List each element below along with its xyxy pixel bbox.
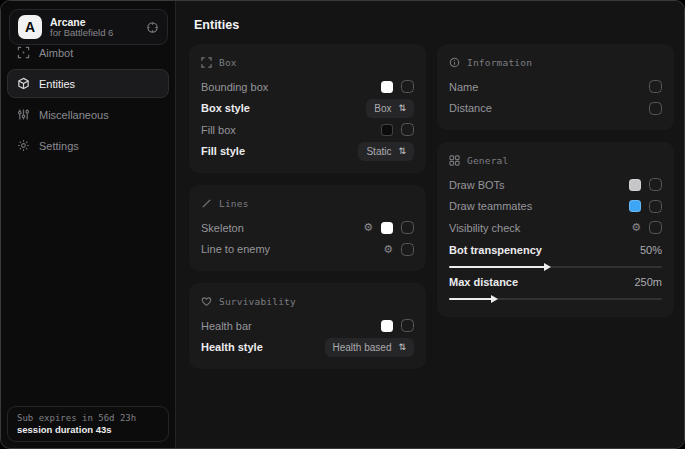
row-box-style: Box style Box ⇅ xyxy=(201,98,414,120)
row-label: Line to enemy xyxy=(201,243,270,255)
session-duration-text: session duration 43s xyxy=(17,424,159,435)
sidebar-nav: Aimbot Entities Miscellaneous xyxy=(1,38,175,160)
entities-icon xyxy=(17,77,30,90)
row-draw-bots: Draw BOTs xyxy=(449,174,662,196)
panel-general-header: General xyxy=(449,155,662,166)
draw-teammates-color-swatch[interactable] xyxy=(629,200,641,212)
bounding-box-color-swatch[interactable] xyxy=(381,81,393,93)
skeleton-checkbox[interactable] xyxy=(401,221,414,234)
sub-expires-text: Sub expires in 56d 23h xyxy=(17,413,159,423)
panel-header-label: Box xyxy=(219,57,237,68)
brand-card: A Arcane for Battlefield 6 xyxy=(9,9,168,45)
panel-header-label: Survivability xyxy=(219,296,296,307)
fill-box-color-swatch[interactable] xyxy=(381,124,393,136)
sidebar-item-miscellaneous[interactable]: Miscellaneous xyxy=(7,100,169,129)
row-fill-box: Fill box xyxy=(201,119,414,141)
crosshair-icon xyxy=(17,46,30,59)
row-distance: Distance xyxy=(449,98,662,120)
dropdown-value: Box xyxy=(374,103,391,114)
draw-bots-color-swatch[interactable] xyxy=(629,179,641,191)
visibility-check-settings-gear-icon[interactable]: ⚙ xyxy=(631,222,641,233)
row-label: Draw teammates xyxy=(449,200,532,212)
row-line-to-enemy: Line to enemy ⚙ xyxy=(201,239,414,261)
unfold-icon: ⇅ xyxy=(398,104,406,113)
grid-icon xyxy=(449,155,460,166)
brand-logo: A xyxy=(18,15,42,39)
diagonal-line-icon xyxy=(201,198,212,209)
fill-style-dropdown[interactable]: Static ⇅ xyxy=(358,142,414,161)
row-name: Name xyxy=(449,76,662,98)
row-visibility-check: Visibility check ⚙ xyxy=(449,217,662,239)
row-label: Distance xyxy=(449,102,492,114)
panel-survivability: Survivability Health bar Health style He… xyxy=(189,283,426,369)
skeleton-color-swatch[interactable] xyxy=(381,222,393,234)
line-to-enemy-settings-gear-icon[interactable]: ⚙ xyxy=(383,244,393,255)
row-label: Fill box xyxy=(201,124,236,136)
sidebar-item-label: Entities xyxy=(39,78,75,90)
skeleton-settings-gear-icon[interactable]: ⚙ xyxy=(363,222,373,233)
brand-text: Arcane for Battlefield 6 xyxy=(50,16,138,39)
sidebar-item-label: Aimbot xyxy=(39,47,73,59)
panel-information-header: Information xyxy=(449,57,662,68)
draw-teammates-checkbox[interactable] xyxy=(649,200,662,213)
panel-lines: Lines Skeleton ⚙ Line to enemy ⚙ xyxy=(189,185,426,271)
box-style-dropdown[interactable]: Box ⇅ xyxy=(366,99,414,118)
bot-transparency-value: 50% xyxy=(640,244,662,256)
brand-name: Arcane xyxy=(50,16,138,28)
brand-subtitle: for Battlefield 6 xyxy=(50,28,138,39)
max-distance-group: Max distance 250m xyxy=(449,274,662,300)
sidebar-item-label: Miscellaneous xyxy=(39,109,109,121)
visibility-check-checkbox[interactable] xyxy=(649,221,662,234)
row-label: Bot transpenency xyxy=(449,244,542,256)
sidebar-item-settings[interactable]: Settings xyxy=(7,131,169,160)
draw-bots-checkbox[interactable] xyxy=(649,178,662,191)
unfold-icon: ⇅ xyxy=(398,343,406,352)
panel-general: General Draw BOTs Draw teammates xyxy=(437,142,674,317)
sidebar-item-entities[interactable]: Entities xyxy=(7,69,169,98)
row-draw-teammates: Draw teammates xyxy=(449,196,662,218)
health-style-dropdown[interactable]: Health based ⇅ xyxy=(325,338,414,357)
unfold-icon: ⇅ xyxy=(398,147,406,156)
brand-target-icon[interactable] xyxy=(146,21,159,34)
slider-thumb[interactable] xyxy=(544,263,551,271)
panel-lines-header: Lines xyxy=(201,198,414,209)
panel-header-label: Information xyxy=(467,57,532,68)
dropdown-value: Health based xyxy=(333,342,392,353)
health-bar-color-swatch[interactable] xyxy=(381,320,393,332)
row-skeleton: Skeleton ⚙ xyxy=(201,217,414,239)
row-label: Max distance xyxy=(449,276,518,288)
panel-header-label: Lines xyxy=(219,198,249,209)
max-distance-slider[interactable] xyxy=(449,298,662,300)
row-label: Skeleton xyxy=(201,222,244,234)
line-to-enemy-checkbox[interactable] xyxy=(401,243,414,256)
bounding-box-checkbox[interactable] xyxy=(401,80,414,93)
panel-box: Box Bounding box Box style Box ⇅ xyxy=(189,44,426,173)
max-distance-value: 250m xyxy=(634,276,662,288)
row-health-style: Health style Health based ⇅ xyxy=(201,337,414,359)
panel-header-label: General xyxy=(467,155,508,166)
bot-transparency-group: Bot transpenency 50% xyxy=(449,242,662,268)
row-label: Box style xyxy=(201,102,250,114)
row-label: Health style xyxy=(201,341,263,353)
fill-box-checkbox[interactable] xyxy=(401,123,414,136)
health-bar-checkbox[interactable] xyxy=(401,319,414,332)
row-health-bar: Health bar xyxy=(201,315,414,337)
bot-transparency-slider[interactable] xyxy=(449,266,662,268)
sidebar-item-label: Settings xyxy=(39,140,79,152)
row-label: Draw BOTs xyxy=(449,179,505,191)
heart-icon xyxy=(201,296,212,307)
row-fill-style: Fill style Static ⇅ xyxy=(201,141,414,163)
scan-brackets-icon xyxy=(201,57,212,68)
row-label: Name xyxy=(449,81,478,93)
sidebar: A Arcane for Battlefield 6 Category Aimb… xyxy=(1,1,176,448)
slider-thumb[interactable] xyxy=(491,295,498,303)
name-checkbox[interactable] xyxy=(649,80,662,93)
subscription-footer: Sub expires in 56d 23h session duration … xyxy=(7,406,169,442)
dropdown-value: Static xyxy=(366,146,391,157)
info-circle-icon xyxy=(449,57,460,68)
row-label: Health bar xyxy=(201,320,252,332)
page-title: Entities xyxy=(194,18,684,32)
sliders-icon xyxy=(17,108,30,121)
distance-checkbox[interactable] xyxy=(649,102,662,115)
panel-box-header: Box xyxy=(201,57,414,68)
